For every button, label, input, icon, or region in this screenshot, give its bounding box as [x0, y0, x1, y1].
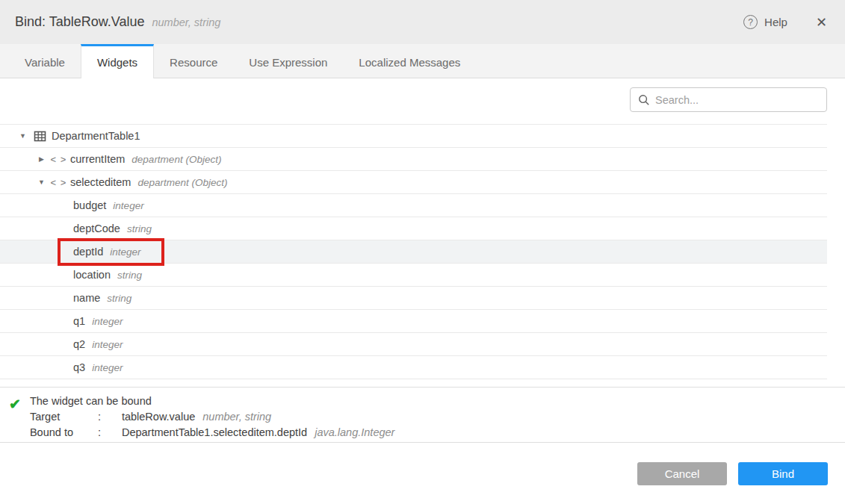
tree-row-type: integer	[92, 362, 123, 373]
help-icon: ?	[743, 15, 758, 29]
help-button[interactable]: ? Help	[743, 15, 787, 29]
tree-row-type: department (Object)	[131, 154, 221, 165]
tab-localized-messages[interactable]: Localized Messages	[343, 44, 476, 78]
tab-resource[interactable]: Resource	[154, 44, 233, 78]
tree-row-budget[interactable]: budgetinteger	[0, 194, 827, 217]
tree-row-label: deptId	[73, 246, 103, 258]
tree-row-selecteditem[interactable]: ▼< >selecteditemdepartment (Object)	[0, 171, 827, 194]
tree-row-label: DepartmentTable1	[52, 130, 140, 142]
status-value: tableRow.value	[122, 411, 195, 423]
tree-row-label: currentItem	[70, 153, 125, 165]
tab-widgets[interactable]: Widgets	[81, 44, 154, 78]
bind-button[interactable]: Bind	[738, 462, 828, 485]
tree-row-label: q2	[73, 338, 85, 350]
tree-row-currentitem[interactable]: ▶< >currentItemdepartment (Object)	[0, 148, 827, 171]
tree-row-label: q1	[73, 315, 85, 327]
tree-row-type: string	[127, 223, 152, 234]
status-value: DepartmentTable1.selecteditem.deptId	[122, 426, 307, 438]
tree-row-deptcode[interactable]: deptCodestring	[0, 217, 827, 240]
widget-tree: ▼DepartmentTable1▶< >currentItemdepartme…	[0, 124, 827, 379]
status-details: Target:tableRow.valuenumber, stringBound…	[30, 409, 394, 440]
collapse-arrow-icon[interactable]: ▼	[37, 178, 46, 186]
tree-row-deptid[interactable]: deptIdinteger	[0, 240, 827, 264]
tree-row-location[interactable]: locationstring	[0, 264, 827, 287]
status-value-type: number, string	[202, 411, 271, 423]
tree-row-type: string	[107, 293, 131, 304]
tree-row-type: integer	[110, 246, 140, 258]
close-icon[interactable]: ✕	[816, 16, 827, 29]
search-box[interactable]	[630, 87, 827, 112]
table-icon	[34, 130, 46, 143]
tree-row-departmenttable1[interactable]: ▼DepartmentTable1	[0, 125, 827, 148]
tree-row-q3[interactable]: q3integer	[0, 356, 827, 379]
dialog-header: Bind: TableRow.Value number, string ? He…	[0, 0, 845, 44]
tree-row-q2[interactable]: q2integer	[0, 333, 827, 356]
tree-row-type: integer	[92, 339, 123, 350]
status-message: The widget can be bound	[30, 393, 394, 408]
tab-bar: VariableWidgetsResourceUse ExpressionLoc…	[0, 44, 845, 78]
dialog-footer: Cancel Bind	[637, 462, 828, 485]
tab-variable[interactable]: Variable	[9, 44, 81, 78]
tree-row-label: selecteditem	[70, 176, 131, 188]
status-panel: ✔ The widget can be bound Target:tableRo…	[0, 387, 845, 443]
tree-row-label: deptCode	[73, 223, 120, 234]
search-input[interactable]	[655, 94, 819, 106]
success-check-icon: ✔	[9, 396, 21, 442]
status-value-type: java.lang.Integer	[315, 426, 394, 438]
tree-row-label: budget	[73, 199, 106, 211]
tree-row-q1[interactable]: q1integer	[0, 310, 827, 333]
tree-row-label: q3	[73, 361, 85, 373]
object-icon: < >	[52, 176, 65, 189]
search-icon	[638, 94, 650, 106]
status-label-bound-to: Bound to	[30, 425, 98, 441]
table-icon	[34, 130, 46, 143]
help-label: Help	[764, 16, 787, 28]
collapse-arrow-icon[interactable]: ▼	[18, 132, 28, 140]
tree-row-type: integer	[92, 316, 123, 327]
dialog-title-type: number, string	[152, 16, 220, 28]
cancel-button[interactable]: Cancel	[637, 462, 727, 485]
tree-row-type: integer	[113, 200, 143, 211]
status-label-target: Target	[30, 409, 98, 425]
tree-row-name[interactable]: namestring	[0, 287, 827, 310]
status-value-row: DepartmentTable1.selecteditem.deptIdjava…	[122, 425, 394, 441]
status-value-row: tableRow.valuenumber, string	[122, 409, 394, 425]
dialog-title: Bind: TableRow.Value	[15, 14, 144, 30]
tree-row-type: string	[117, 270, 142, 281]
status-separator: :	[98, 409, 122, 425]
tree-row-label: name	[73, 292, 100, 304]
tab-use-expression[interactable]: Use Expression	[233, 44, 343, 78]
tree-row-type: department (Object)	[137, 177, 227, 188]
status-separator: :	[98, 425, 122, 441]
expand-arrow-icon[interactable]: ▶	[37, 155, 46, 163]
tree-row-label: location	[73, 269, 111, 281]
object-icon: < >	[52, 153, 65, 166]
